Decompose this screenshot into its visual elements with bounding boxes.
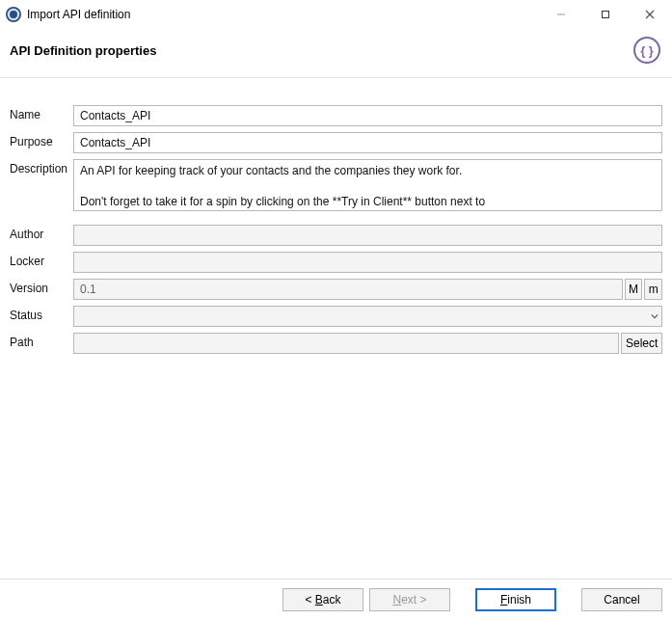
name-label: Name xyxy=(10,105,73,121)
purpose-label: Purpose xyxy=(10,132,73,148)
status-label: Status xyxy=(10,306,73,322)
locker-input xyxy=(73,252,662,273)
description-label: Description xyxy=(10,159,73,175)
page-title: API Definition properties xyxy=(10,43,633,58)
name-input[interactable] xyxy=(73,105,662,126)
author-label: Author xyxy=(10,225,73,241)
status-input[interactable] xyxy=(73,306,662,327)
maximize-button[interactable] xyxy=(583,0,628,29)
back-button[interactable]: < Back xyxy=(282,588,363,611)
status-combo[interactable] xyxy=(73,306,662,327)
minimize-button[interactable] xyxy=(539,0,583,29)
svg-point-0 xyxy=(9,10,18,19)
window-title: Import API definition xyxy=(27,8,130,21)
wizard-footer: < Back Next > Finish Cancel xyxy=(0,580,672,620)
path-input xyxy=(73,333,619,354)
path-label: Path xyxy=(10,333,73,349)
description-textarea[interactable]: An API for keeping track of your contact… xyxy=(73,159,662,211)
version-label: Version xyxy=(10,279,73,295)
braces-icon: { } xyxy=(633,37,660,64)
titlebar: Import API definition xyxy=(0,0,672,29)
app-icon xyxy=(6,7,21,22)
wizard-header: API Definition properties { } xyxy=(0,29,672,78)
version-minor-button[interactable]: m xyxy=(644,279,662,300)
locker-label: Locker xyxy=(10,252,73,268)
author-input xyxy=(73,225,662,246)
version-major-button[interactable]: M xyxy=(625,279,643,300)
path-select-button[interactable]: Select xyxy=(621,333,662,354)
svg-rect-2 xyxy=(603,12,609,18)
version-input xyxy=(73,279,623,300)
next-button: Next > xyxy=(369,588,450,611)
finish-button[interactable]: Finish xyxy=(475,588,556,611)
close-button[interactable] xyxy=(628,0,672,29)
purpose-input[interactable] xyxy=(73,132,662,153)
form-area: Name Purpose Description An API for keep… xyxy=(0,78,672,369)
cancel-button[interactable]: Cancel xyxy=(581,588,662,611)
